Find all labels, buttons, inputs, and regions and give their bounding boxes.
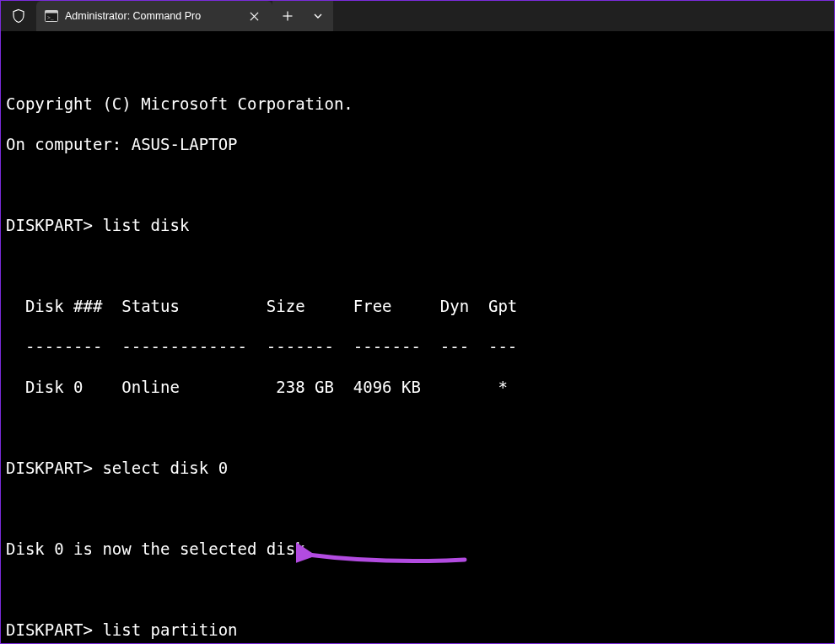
titlebar-drag-area[interactable] <box>333 1 834 31</box>
select-disk-result: Disk 0 is now the selected disk. <box>6 539 829 559</box>
app-icon-slot <box>1 1 36 31</box>
copyright-line: Copyright (C) Microsoft Corporation. <box>6 94 829 114</box>
cmd-list-disk: list disk <box>102 216 189 234</box>
prompt-list-partition: DISKPART> list partition <box>6 620 829 640</box>
svg-text:>_: >_ <box>47 14 54 21</box>
titlebar-controls <box>272 1 834 31</box>
prompt: DISKPART> <box>6 620 93 639</box>
plus-icon <box>283 11 293 21</box>
active-tab[interactable]: >_ Administrator: Command Pro <box>36 1 272 31</box>
tab-close-button[interactable] <box>244 6 264 26</box>
terminal-window: >_ Administrator: Command Pro <box>0 0 835 644</box>
disk-table-header: Disk ### Status Size Free Dyn Gpt <box>6 296 829 316</box>
disk-table-separator: -------- ------------- ------- ------- -… <box>6 336 829 357</box>
disk-row-0: Disk 0 Online 238 GB 4096 KB * <box>6 377 829 397</box>
computer-line: On computer: ASUS-LAPTOP <box>6 134 829 154</box>
chevron-down-icon <box>313 11 323 21</box>
shield-icon <box>11 8 26 24</box>
prompt-list-disk: DISKPART> list disk <box>6 215 829 235</box>
new-tab-button[interactable] <box>272 1 303 31</box>
cmd-list-partition: list partition <box>102 620 237 639</box>
command-prompt-icon: >_ <box>45 9 58 23</box>
tab-title: Administrator: Command Pro <box>65 10 237 22</box>
cmd-select-disk: select disk 0 <box>102 459 228 477</box>
prompt-select-disk: DISKPART> select disk 0 <box>6 458 829 478</box>
prompt: DISKPART> <box>6 216 93 234</box>
close-icon <box>250 12 259 21</box>
terminal-content[interactable]: Copyright (C) Microsoft Corporation. On … <box>1 31 834 643</box>
svg-rect-1 <box>46 11 58 13</box>
tab-dropdown-button[interactable] <box>303 1 333 31</box>
prompt: DISKPART> <box>6 459 93 477</box>
titlebar: >_ Administrator: Command Pro <box>1 1 834 31</box>
